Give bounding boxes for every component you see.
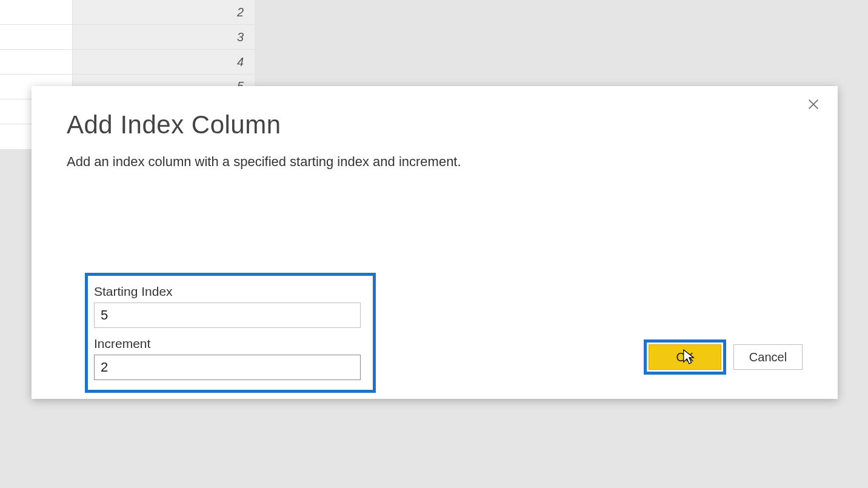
close-icon	[807, 98, 820, 111]
dialog-title: Add Index Column	[67, 110, 803, 139]
cell-value: 3	[73, 25, 255, 49]
table-row: 3	[0, 25, 255, 50]
starting-index-group: Starting Index	[94, 284, 367, 328]
dialog-buttons: OK Cancel	[644, 339, 803, 375]
cancel-button[interactable]: Cancel	[733, 344, 803, 370]
increment-input[interactable]	[94, 355, 361, 380]
cell-value: 2	[73, 0, 255, 24]
add-index-column-dialog: Add Index Column Add an index column wit…	[32, 86, 838, 399]
close-button[interactable]	[804, 95, 823, 114]
dialog-description: Add an index column with a specified sta…	[67, 154, 803, 170]
table-row: 2	[0, 0, 255, 25]
increment-group: Increment	[94, 336, 367, 380]
cell-value: 4	[73, 50, 255, 74]
table-row: 4	[0, 50, 255, 75]
ok-button-label: OK	[676, 350, 694, 364]
ok-highlight-box: OK	[644, 339, 726, 375]
ok-button[interactable]: OK	[649, 344, 721, 370]
increment-label: Increment	[94, 336, 367, 351]
cancel-button-label: Cancel	[749, 350, 787, 364]
starting-index-label: Starting Index	[94, 284, 367, 299]
starting-index-input[interactable]	[94, 302, 361, 328]
fields-highlight-box: Starting Index Increment	[85, 273, 376, 393]
